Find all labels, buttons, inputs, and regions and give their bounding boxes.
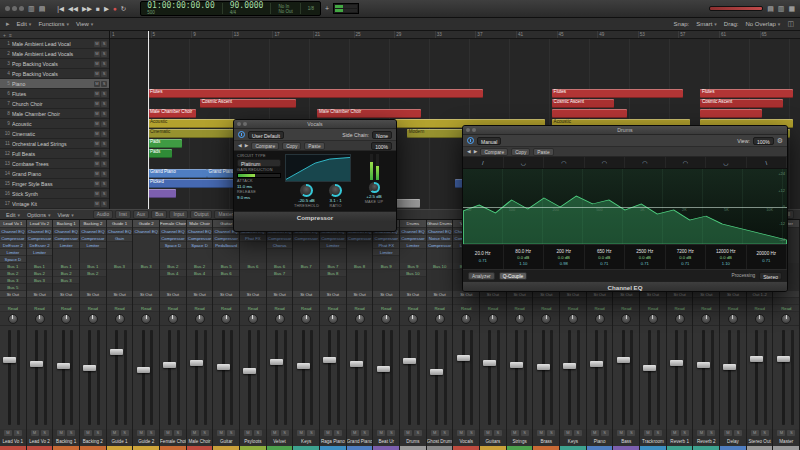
solo-button[interactable]: S <box>307 430 315 436</box>
automation-mode-slot[interactable]: Read <box>213 305 239 312</box>
fader-handle[interactable] <box>670 360 683 366</box>
mute-button[interactable]: M <box>94 161 100 167</box>
channel-strip[interactable]: Female Choir Channel EQCompressorSpace D… <box>160 220 187 450</box>
send-slot[interactable]: Bus 4 <box>160 270 186 277</box>
channel-name[interactable]: Reverb 2 <box>693 437 719 446</box>
mute-button[interactable]: M <box>244 430 252 436</box>
group-slot[interactable] <box>453 298 479 305</box>
band-q[interactable]: 0.71 <box>600 261 608 266</box>
channel-name[interactable]: Bass <box>613 437 639 446</box>
arrange-menu[interactable]: Functions▾ <box>38 21 69 27</box>
solo-button[interactable]: S <box>101 141 107 147</box>
audio-region[interactable]: Male Chamber Choir <box>317 109 421 118</box>
track-header[interactable]: 11 Orchestral Lead Strings MS <box>0 139 109 149</box>
pan-knob[interactable] <box>595 314 605 324</box>
eq-band-shape-icon[interactable]: ◠ <box>585 157 626 168</box>
band-frequency[interactable]: 80.0 Hz <box>515 249 531 254</box>
mute-button[interactable]: M <box>191 430 199 436</box>
output-slot[interactable]: St Out <box>267 291 293 298</box>
solo-button[interactable]: S <box>101 41 107 47</box>
output-slot[interactable]: Out 1-2 <box>747 291 773 298</box>
audio-fx-slot[interactable]: Channel EQ <box>53 228 79 235</box>
channel-setting-button[interactable]: Male Choir <box>187 220 213 228</box>
track-header[interactable]: 17 Vintage Kit MS <box>0 199 109 209</box>
audio-region[interactable] <box>700 109 762 118</box>
automation-mode-slot[interactable]: Read <box>613 305 639 312</box>
paste-button[interactable]: Paste <box>533 148 553 156</box>
channel-strip[interactable]: Keys Channel EQCompressor Bus 7 St Out R… <box>293 220 320 450</box>
track-header[interactable]: 4 Pop Backing Vocals MS <box>0 69 109 79</box>
audio-fx-slot[interactable]: Compressor <box>427 242 453 249</box>
solo-button[interactable]: S <box>101 101 107 107</box>
band-frequency[interactable]: 650 Hz <box>597 249 612 254</box>
mute-button[interactable]: M <box>484 430 492 436</box>
solo-button[interactable]: S <box>467 430 475 436</box>
channel-filter-button[interactable]: Input <box>169 210 188 219</box>
channel-name[interactable]: Lead Vo 2 <box>27 437 53 446</box>
power-icon[interactable] <box>467 137 474 144</box>
solo-button[interactable]: S <box>547 430 555 436</box>
mute-button[interactable]: M <box>724 430 732 436</box>
ratio-knob[interactable] <box>329 184 342 197</box>
audio-region[interactable]: Cosmic Ascent <box>700 99 783 108</box>
solo-button[interactable]: S <box>521 430 529 436</box>
plugin-zoom-select[interactable]: 100% <box>753 137 774 145</box>
send-slot[interactable]: Bus 6 <box>267 263 293 270</box>
audio-fx-slot[interactable]: Compressor <box>400 235 426 242</box>
band-q[interactable]: 0.71 <box>762 258 770 263</box>
fader-area[interactable] <box>720 326 746 429</box>
fader-handle[interactable] <box>643 365 656 371</box>
audio-region[interactable]: Cinematic <box>148 129 245 138</box>
group-slot[interactable] <box>320 298 346 305</box>
mute-button[interactable]: M <box>94 131 100 137</box>
automation-mode-slot[interactable]: Read <box>373 305 399 312</box>
pan-knob[interactable] <box>35 314 45 324</box>
audio-region[interactable]: Male Chamber Choir <box>148 109 196 118</box>
group-slot[interactable] <box>400 298 426 305</box>
channel-name[interactable]: Keys <box>293 437 319 446</box>
automation-mode-slot[interactable]: Read <box>773 305 799 312</box>
band-gain[interactable]: 0.0 dB <box>720 255 732 260</box>
mute-button[interactable]: M <box>271 430 279 436</box>
pan-knob[interactable] <box>408 314 418 324</box>
solo-button[interactable]: S <box>67 430 75 436</box>
group-slot[interactable] <box>747 298 773 305</box>
pan-knob[interactable] <box>301 314 311 324</box>
output-slot[interactable]: St Out <box>560 291 586 298</box>
audio-fx-slot[interactable]: Phat FX <box>240 235 266 242</box>
pan-knob[interactable] <box>248 314 258 324</box>
group-slot[interactable] <box>773 298 799 305</box>
fader-area[interactable] <box>400 326 426 429</box>
output-slot[interactable]: St Out <box>187 291 213 298</box>
channel-setting-button[interactable]: Female Choir <box>160 220 186 228</box>
solo-button[interactable]: S <box>281 430 289 436</box>
output-slot[interactable]: St Out <box>667 291 693 298</box>
audio-fx-slot[interactable]: Channel EQ <box>27 228 53 235</box>
channel-strip[interactable]: Raga Piano Channel EQCompressorLimiter B… <box>320 220 347 450</box>
drag-select[interactable]: No Overlap▾ <box>746 21 781 27</box>
audio-region[interactable]: Flutes <box>700 89 793 98</box>
audio-fx-slot[interactable]: Compressor <box>53 235 79 242</box>
fader-handle[interactable] <box>270 359 283 365</box>
fader-area[interactable] <box>80 326 106 429</box>
send-slot[interactable]: Bus 6 <box>240 263 266 270</box>
output-slot[interactable]: St Out <box>160 291 186 298</box>
output-slot[interactable]: St Out <box>533 291 559 298</box>
fader-handle[interactable] <box>430 369 443 375</box>
send-slot[interactable]: Bus 1 <box>0 263 26 270</box>
band-gain[interactable]: 0.0 dB <box>558 255 570 260</box>
automation-mode-slot[interactable]: Read <box>587 305 613 312</box>
pan-knob[interactable] <box>621 314 631 324</box>
fader-area[interactable] <box>0 326 26 429</box>
track-header[interactable]: 1 Male Ambient Lead Vocal MS <box>0 39 109 49</box>
channel-name[interactable]: Guide 2 <box>133 437 159 446</box>
audio-fx-slot[interactable]: Phat FX <box>373 242 399 249</box>
channel-name[interactable]: Drums <box>400 437 426 446</box>
mute-button[interactable]: M <box>511 430 519 436</box>
fader-area[interactable] <box>507 326 533 429</box>
mute-button[interactable]: M <box>537 430 545 436</box>
track-header[interactable]: 16 Stick Synth MS <box>0 189 109 199</box>
send-slot[interactable]: Bus 3 <box>133 263 159 270</box>
track-header[interactable]: 7 Church Choir MS <box>0 99 109 109</box>
group-slot[interactable] <box>560 298 586 305</box>
